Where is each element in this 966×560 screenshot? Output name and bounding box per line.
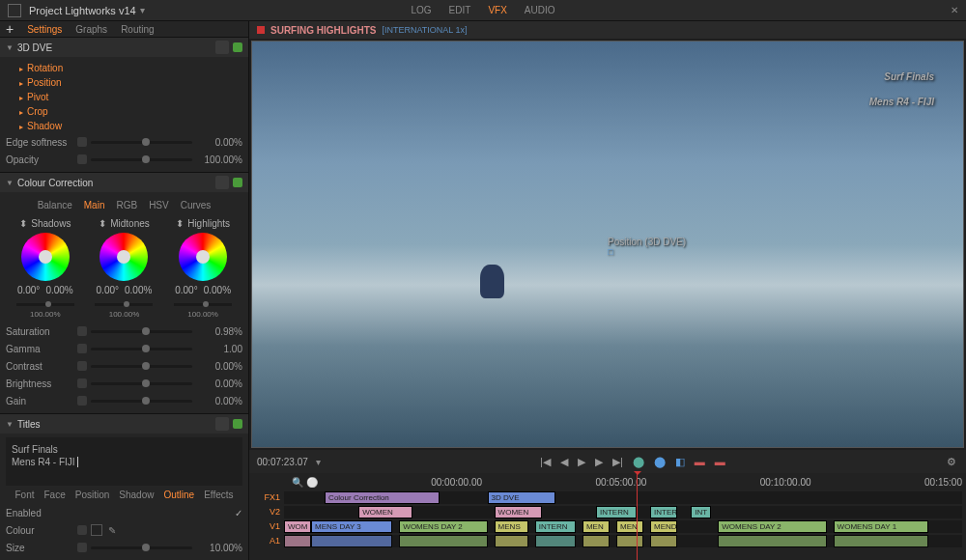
- title-tab-font[interactable]: Font: [14, 490, 34, 500]
- keyframe-toggle[interactable]: [77, 326, 87, 336]
- dve-pivot[interactable]: Pivot: [6, 90, 242, 104]
- title-dropdown-icon[interactable]: ▾: [140, 5, 145, 15]
- goto-end-icon[interactable]: ▶|: [611, 456, 625, 468]
- timeline-clip[interactable]: INTERN: [596, 506, 637, 518]
- keyframe-toggle[interactable]: [77, 543, 87, 552]
- cc-tab-curves[interactable]: Curves: [181, 200, 212, 210]
- dve-crop[interactable]: Crop: [6, 104, 242, 119]
- cc-tab-hsv[interactable]: HSV: [149, 200, 169, 210]
- enable-dot[interactable]: [233, 42, 242, 52]
- add-effect-icon[interactable]: +: [6, 21, 14, 37]
- timeline-clip[interactable]: [311, 535, 392, 547]
- title-tab-effects[interactable]: Effects: [204, 490, 233, 500]
- keyframe-toggle[interactable]: [77, 378, 87, 388]
- title-tab-outline[interactable]: Outline: [163, 490, 194, 500]
- tab-log[interactable]: LOG: [411, 5, 431, 15]
- slider[interactable]: [91, 546, 192, 549]
- timeline-clip[interactable]: [718, 535, 826, 547]
- timeline-clip[interactable]: INT: [691, 506, 711, 518]
- timeline-clip[interactable]: WOM: [284, 520, 311, 533]
- cc-tab-balance[interactable]: Balance: [38, 200, 72, 210]
- timeline-clip[interactable]: INTERN: [535, 520, 576, 533]
- timeline-clip[interactable]: WOMEN: [495, 506, 542, 518]
- slider[interactable]: [91, 330, 192, 333]
- colour-wheel[interactable]: [21, 233, 70, 281]
- wheel-slider[interactable]: [174, 303, 232, 306]
- track-a1[interactable]: A1: [253, 534, 962, 547]
- reset-icon[interactable]: ⬍: [99, 218, 106, 229]
- tab-settings[interactable]: Settings: [27, 24, 62, 35]
- timeline-clip[interactable]: MENS DAY 3: [311, 520, 392, 533]
- collapse-icon[interactable]: ▼: [6, 179, 14, 187]
- step-back-icon[interactable]: ◀: [558, 456, 570, 468]
- dve-position[interactable]: Position: [6, 75, 242, 90]
- goto-start-icon[interactable]: |◀: [538, 456, 553, 468]
- timeline-clip[interactable]: MENS: [495, 520, 528, 533]
- title-text-input[interactable]: Surf Finals Mens R4 - FIJI: [6, 437, 242, 486]
- timeline-clip[interactable]: Colour Correction: [325, 491, 440, 504]
- title-tab-position[interactable]: Position: [75, 490, 110, 500]
- keyframe-toggle[interactable]: [77, 525, 87, 535]
- slider[interactable]: [91, 141, 192, 144]
- close-icon[interactable]: ✕: [951, 5, 958, 15]
- colour-swatch[interactable]: [91, 524, 102, 536]
- tab-audio[interactable]: AUDIO: [525, 5, 555, 15]
- dve-rotation[interactable]: Rotation: [6, 61, 242, 75]
- lift-icon[interactable]: ▬: [713, 456, 727, 467]
- checkbox[interactable]: ✓: [235, 508, 242, 518]
- keyframe-toggle[interactable]: [77, 361, 87, 371]
- tab-edit[interactable]: EDIT: [449, 5, 471, 15]
- playhead[interactable]: [637, 473, 638, 560]
- timeline-clip[interactable]: [284, 535, 311, 547]
- link-icon[interactable]: [215, 41, 229, 54]
- cc-tab-main[interactable]: Main: [84, 200, 105, 210]
- track-fx1[interactable]: FX1Colour Correction3D DVE: [253, 490, 962, 504]
- wheel-slider[interactable]: [95, 303, 153, 306]
- enable-dot[interactable]: [233, 178, 242, 187]
- keyframe-toggle[interactable]: [77, 344, 87, 353]
- wheel-slider[interactable]: [16, 303, 74, 306]
- timeline-clip[interactable]: MEN: [582, 520, 610, 533]
- panel-header-cc[interactable]: ▼ Colour Correction: [0, 173, 248, 192]
- reset-icon[interactable]: ⬍: [176, 218, 184, 229]
- timeline-clip[interactable]: [399, 535, 487, 547]
- timecode[interactable]: 00:07:23.07: [257, 457, 308, 467]
- title-tab-face[interactable]: Face: [43, 490, 65, 500]
- timeline-clip[interactable]: WOMENS DAY 2: [718, 520, 826, 533]
- play-icon[interactable]: ▶: [576, 456, 587, 468]
- track-v1[interactable]: V1WOMMENS DAY 3WOMENS DAY 2MENSINTERNMEN…: [253, 519, 962, 533]
- timeline-clip[interactable]: [650, 535, 677, 547]
- mark-in-icon[interactable]: ⬤: [631, 456, 646, 468]
- timeline-clip[interactable]: WOMEN: [358, 506, 412, 518]
- slider[interactable]: [91, 348, 192, 350]
- timeline-clip[interactable]: MEND: [650, 520, 677, 533]
- mark-out-icon[interactable]: ⬤: [652, 456, 668, 468]
- slider[interactable]: [91, 400, 192, 403]
- position-marker[interactable]: Position (3D DVE)□: [608, 237, 686, 257]
- eyedropper-icon[interactable]: ✎: [108, 525, 116, 536]
- panel-header-dve[interactable]: ▼ 3D DVE: [0, 38, 248, 57]
- colour-wheel[interactable]: [99, 233, 148, 281]
- timeline-clip[interactable]: [616, 535, 643, 547]
- timeline-clip[interactable]: INTERN: [650, 506, 677, 518]
- marker-icon[interactable]: ◧: [673, 456, 687, 468]
- link-icon[interactable]: [215, 176, 229, 189]
- slider[interactable]: [91, 365, 192, 368]
- slider[interactable]: [91, 382, 192, 385]
- collapse-icon[interactable]: ▼: [6, 43, 14, 52]
- colour-wheel[interactable]: [179, 233, 227, 281]
- panel-header-titles[interactable]: ▼ Titles: [0, 414, 248, 434]
- timeline-clip[interactable]: 3D DVE: [488, 491, 555, 504]
- gear-icon[interactable]: ⚙: [945, 456, 958, 468]
- timeline-clip[interactable]: [495, 535, 528, 547]
- keyframe-toggle[interactable]: [77, 137, 87, 147]
- delete-icon[interactable]: ▬: [693, 456, 707, 467]
- tab-vfx[interactable]: VFX: [488, 5, 506, 15]
- link-icon[interactable]: [215, 417, 229, 431]
- timeline-ruler[interactable]: 🔍 ⚪ 00:00:00.00 00:05:00.00 00:10:00.00 …: [253, 477, 962, 490]
- tc-dropdown-icon[interactable]: ▾: [316, 457, 321, 467]
- timeline-clip[interactable]: WOMENS DAY 1: [834, 520, 928, 533]
- preview-viewer[interactable]: Surf Finals Mens R4 - FIJI Position (3D …: [251, 41, 964, 448]
- step-fwd-icon[interactable]: ▶: [593, 456, 605, 468]
- tab-graphs[interactable]: Graphs: [75, 24, 107, 35]
